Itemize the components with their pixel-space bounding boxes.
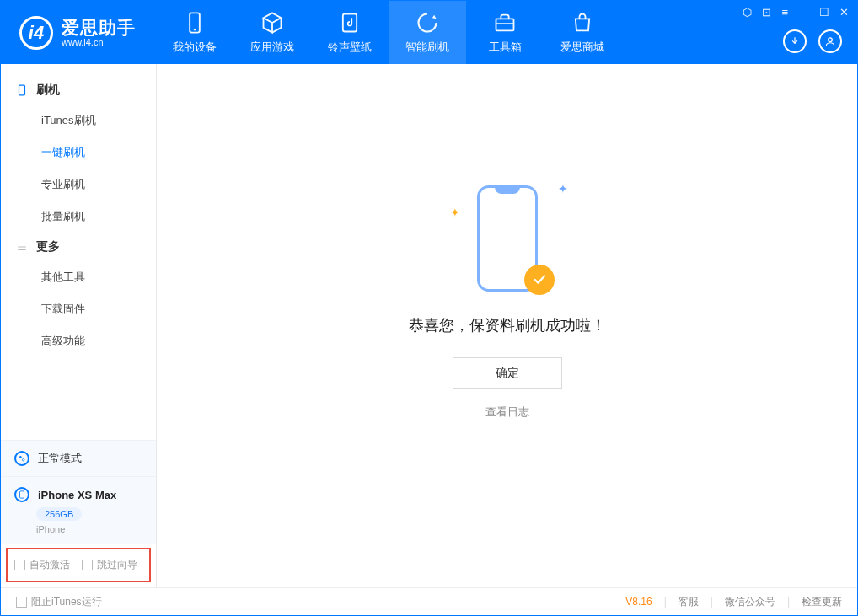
music-note-icon [338, 11, 362, 35]
sidebar: 刷机 iTunes刷机 一键刷机 专业刷机 批量刷机 更多 其他工具 下载固件 … [1, 64, 157, 587]
sidebar-item-batch-flash[interactable]: 批量刷机 [1, 201, 156, 233]
sidebar-item-pro-flash[interactable]: 专业刷机 [1, 169, 156, 201]
svg-rect-5 [19, 85, 25, 95]
success-message: 恭喜您，保资料刷机成功啦！ [409, 315, 606, 335]
checkbox-icon [82, 560, 93, 570]
device-mode-panel[interactable]: 正常模式 [1, 440, 156, 476]
checkbox-icon [14, 560, 25, 570]
cube-icon [260, 11, 284, 35]
window-controls-top: ⬡ ⊡ ≡ — ☐ ✕ [743, 6, 849, 19]
svg-point-6 [19, 456, 22, 458]
checkbox-skip-guide[interactable]: 跳过向导 [82, 558, 137, 572]
device-name: iPhone XS Max [38, 489, 116, 501]
view-log-link[interactable]: 查看日志 [485, 404, 529, 420]
sidebar-item-download-firmware[interactable]: 下载固件 [1, 293, 156, 325]
support-link[interactable]: 客服 [678, 595, 699, 609]
download-button[interactable] [783, 29, 807, 53]
tab-my-device[interactable]: 我的设备 [156, 1, 233, 64]
device-small-icon [16, 84, 28, 96]
maximize-button[interactable]: ☐ [819, 6, 829, 19]
shopping-bag-icon [571, 11, 594, 35]
app-title: 爱思助手 [62, 18, 136, 37]
status-bar: 阻止iTunes运行 V8.16 | 客服 | 微信公众号 | 检查更新 [1, 587, 857, 615]
list-icon [16, 241, 28, 253]
svg-point-4 [829, 38, 833, 42]
device-info-panel[interactable]: iPhone XS Max 256GB iPhone [1, 476, 156, 544]
app-url: www.i4.cn [62, 37, 136, 47]
user-icon [824, 35, 836, 47]
minimize-button[interactable]: — [798, 6, 809, 19]
tshirt-icon[interactable]: ⬡ [743, 6, 752, 19]
check-circle-icon [524, 265, 555, 295]
tab-ringtones-wallpapers[interactable]: 铃声壁纸 [311, 1, 389, 64]
device-phone-icon [14, 487, 29, 502]
sparkle-icon: ✦ [558, 182, 568, 196]
tab-apps-games[interactable]: 应用游戏 [233, 1, 311, 64]
mode-icon [14, 451, 29, 466]
svg-point-1 [194, 29, 196, 30]
sidebar-item-other-tools[interactable]: 其他工具 [1, 261, 156, 293]
svg-rect-3 [496, 19, 514, 30]
checkbox-icon [16, 597, 27, 608]
checkbox-block-itunes[interactable]: 阻止iTunes运行 [16, 595, 102, 609]
logo-icon: i4 [19, 16, 53, 50]
main-content: ✦ ✦ 恭喜您，保资料刷机成功啦！ 确定 查看日志 [157, 64, 857, 587]
toolbox-icon [493, 11, 517, 35]
app-header: i4 爱思助手 www.i4.cn 我的设备 应用游戏 铃声壁纸 智能刷机 [1, 1, 857, 64]
device-mode-label: 正常模式 [38, 451, 82, 466]
phone-icon [183, 11, 206, 35]
svg-rect-8 [20, 491, 24, 498]
download-icon [789, 35, 801, 47]
refresh-shield-icon [416, 11, 439, 35]
lock-icon[interactable]: ⊡ [762, 6, 771, 19]
sidebar-item-itunes-flash[interactable]: iTunes刷机 [1, 104, 156, 137]
tab-store[interactable]: 爱思商城 [544, 1, 621, 64]
device-type: iPhone [36, 524, 142, 534]
sidebar-section-more: 更多 [1, 233, 156, 261]
success-illustration: ✦ ✦ [465, 182, 550, 300]
user-button[interactable] [818, 29, 842, 53]
checkbox-auto-activate[interactable]: 自动激活 [14, 558, 70, 572]
ok-button[interactable]: 确定 [453, 357, 562, 389]
check-update-link[interactable]: 检查更新 [802, 595, 842, 609]
sidebar-item-oneclick-flash[interactable]: 一键刷机 [1, 137, 156, 169]
sparkle-icon: ✦ [450, 206, 460, 219]
tab-toolbox[interactable]: 工具箱 [466, 1, 544, 64]
close-button[interactable]: ✕ [839, 6, 849, 19]
device-storage-badge: 256GB [36, 507, 82, 521]
sidebar-item-advanced[interactable]: 高级功能 [1, 325, 156, 357]
version-label: V8.16 [625, 596, 652, 608]
wechat-link[interactable]: 微信公众号 [725, 595, 775, 609]
svg-point-7 [22, 458, 24, 461]
menu-icon[interactable]: ≡ [781, 6, 788, 19]
tab-smart-flash[interactable]: 智能刷机 [389, 1, 466, 64]
sidebar-section-flash: 刷机 [1, 76, 156, 104]
app-logo: i4 爱思助手 www.i4.cn [1, 16, 149, 50]
svg-rect-2 [343, 13, 357, 31]
highlighted-options: 自动激活 跳过向导 [6, 548, 151, 582]
main-tabs: 我的设备 应用游戏 铃声壁纸 智能刷机 工具箱 爱思商城 [156, 1, 621, 64]
